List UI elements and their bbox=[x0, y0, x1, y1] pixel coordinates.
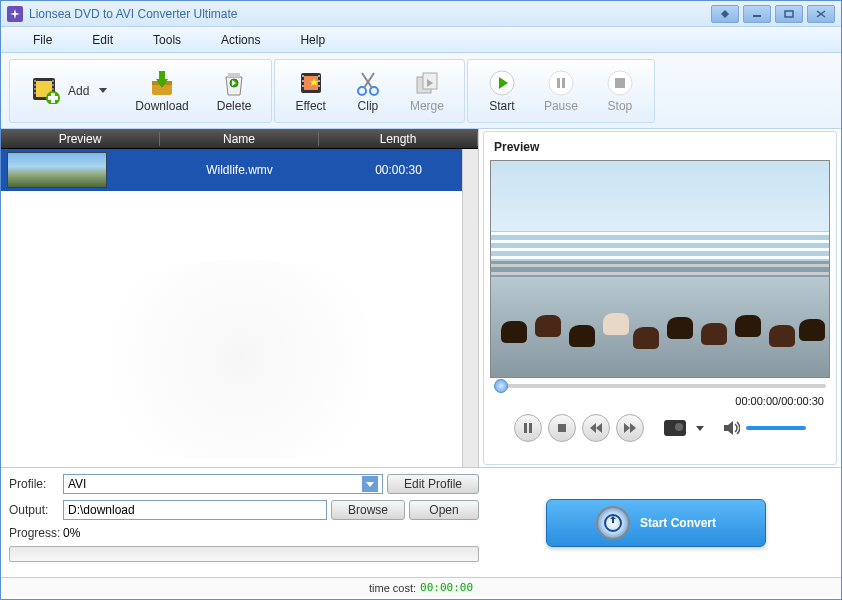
video-preview[interactable] bbox=[490, 160, 830, 378]
svg-marker-53 bbox=[596, 423, 602, 433]
app-title: Lionsea DVD to AVI Converter Ultimate bbox=[29, 7, 238, 21]
svg-marker-55 bbox=[630, 423, 636, 433]
effect-button[interactable]: Effect bbox=[281, 65, 339, 117]
table-row[interactable]: Wildlife.wmv 00:00:30 bbox=[1, 149, 478, 191]
merge-icon bbox=[413, 69, 441, 97]
column-name[interactable]: Name bbox=[160, 132, 319, 146]
svg-rect-31 bbox=[318, 75, 320, 77]
stop-icon bbox=[606, 69, 634, 97]
svg-rect-12 bbox=[52, 80, 54, 82]
time-cost-value: 00:00:00 bbox=[420, 581, 473, 594]
row-length: 00:00:30 bbox=[319, 163, 478, 177]
volume-icon[interactable] bbox=[724, 421, 740, 435]
clip-label: Clip bbox=[358, 99, 379, 113]
menubar: File Edit Tools Actions Help bbox=[1, 27, 841, 53]
snapshot-button[interactable] bbox=[664, 420, 686, 436]
svg-rect-24 bbox=[228, 73, 240, 77]
stop-button[interactable]: Stop bbox=[592, 65, 648, 117]
svg-line-37 bbox=[364, 73, 374, 88]
svg-rect-2 bbox=[753, 15, 761, 17]
svg-line-38 bbox=[362, 73, 372, 88]
profile-combo[interactable]: AVI bbox=[63, 474, 383, 494]
open-button[interactable]: Open bbox=[409, 500, 479, 520]
delete-icon bbox=[220, 69, 248, 97]
add-label: Add bbox=[68, 84, 89, 98]
window-pin-button[interactable] bbox=[711, 5, 739, 23]
svg-rect-11 bbox=[34, 92, 36, 94]
svg-rect-29 bbox=[302, 80, 304, 82]
snapshot-dropdown-icon[interactable] bbox=[696, 426, 704, 431]
svg-rect-49 bbox=[524, 423, 527, 433]
window-minimize-button[interactable] bbox=[743, 5, 771, 23]
download-icon bbox=[148, 69, 176, 97]
footer: time cost: 00:00:00 bbox=[1, 577, 841, 597]
effect-label: Effect bbox=[295, 99, 325, 113]
add-button[interactable]: Add bbox=[16, 70, 121, 112]
window-close-button[interactable] bbox=[807, 5, 835, 23]
download-label: Download bbox=[135, 99, 188, 113]
preview-rewind-button[interactable] bbox=[582, 414, 610, 442]
browse-button[interactable]: Browse bbox=[331, 500, 405, 520]
preview-forward-button[interactable] bbox=[616, 414, 644, 442]
scissors-icon bbox=[354, 69, 382, 97]
svg-marker-1 bbox=[721, 10, 729, 18]
combo-arrow-icon bbox=[362, 476, 378, 492]
edit-profile-button[interactable]: Edit Profile bbox=[387, 474, 479, 494]
menu-tools[interactable]: Tools bbox=[133, 29, 201, 51]
film-add-icon bbox=[30, 74, 62, 106]
time-cost-label: time cost: bbox=[369, 582, 416, 594]
file-list: Preview Name Length Wildlife.wmv 00:00:3… bbox=[1, 129, 479, 467]
column-preview[interactable]: Preview bbox=[1, 132, 160, 146]
merge-button[interactable]: Merge bbox=[396, 65, 458, 117]
download-button[interactable]: Download bbox=[121, 65, 202, 117]
svg-rect-14 bbox=[52, 88, 54, 90]
seek-slider[interactable] bbox=[494, 384, 826, 388]
pause-button[interactable]: Pause bbox=[530, 65, 592, 117]
app-logo-icon bbox=[7, 6, 23, 22]
profile-label: Profile: bbox=[9, 477, 59, 491]
svg-rect-30 bbox=[302, 85, 304, 87]
svg-marker-0 bbox=[10, 9, 20, 19]
start-button[interactable]: Start bbox=[474, 65, 530, 117]
progress-value: 0% bbox=[63, 526, 80, 540]
menu-file[interactable]: File bbox=[13, 29, 72, 51]
svg-marker-54 bbox=[624, 423, 630, 433]
svg-rect-48 bbox=[615, 78, 625, 88]
output-field[interactable]: D:\download bbox=[63, 500, 327, 520]
menu-actions[interactable]: Actions bbox=[201, 29, 280, 51]
menu-edit[interactable]: Edit bbox=[72, 29, 133, 51]
start-convert-button[interactable]: Start Convert bbox=[546, 499, 766, 547]
pause-label: Pause bbox=[544, 99, 578, 113]
titlebar: Lionsea DVD to AVI Converter Ultimate bbox=[1, 1, 841, 27]
svg-marker-58 bbox=[610, 516, 616, 523]
time-display: 00:00:00/00:00:30 bbox=[735, 395, 824, 407]
output-label: Output: bbox=[9, 503, 59, 517]
convert-orb-icon bbox=[596, 506, 630, 540]
merge-label: Merge bbox=[410, 99, 444, 113]
thumbnail bbox=[7, 152, 107, 188]
svg-rect-45 bbox=[557, 78, 560, 88]
svg-rect-18 bbox=[48, 96, 58, 100]
svg-rect-50 bbox=[529, 423, 532, 433]
column-length[interactable]: Length bbox=[319, 132, 478, 146]
profile-value: AVI bbox=[68, 477, 86, 491]
svg-point-44 bbox=[549, 71, 573, 95]
preview-stop-button[interactable] bbox=[548, 414, 576, 442]
volume-slider[interactable] bbox=[746, 426, 806, 430]
vertical-scrollbar[interactable] bbox=[462, 149, 478, 467]
preview-pause-button[interactable] bbox=[514, 414, 542, 442]
clip-button[interactable]: Clip bbox=[340, 65, 396, 117]
svg-rect-13 bbox=[52, 84, 54, 86]
menu-help[interactable]: Help bbox=[280, 29, 345, 51]
delete-button[interactable]: Delete bbox=[203, 65, 266, 117]
svg-rect-32 bbox=[318, 80, 320, 82]
svg-rect-9 bbox=[34, 84, 36, 86]
dropdown-arrow-icon bbox=[99, 88, 107, 93]
svg-rect-28 bbox=[302, 75, 304, 77]
window-maximize-button[interactable] bbox=[775, 5, 803, 23]
progress-bar bbox=[9, 546, 479, 562]
play-icon bbox=[488, 69, 516, 97]
preview-panel: Preview 00:00:00/00:00:30 bbox=[483, 131, 837, 465]
svg-rect-46 bbox=[562, 78, 565, 88]
svg-marker-52 bbox=[590, 423, 596, 433]
